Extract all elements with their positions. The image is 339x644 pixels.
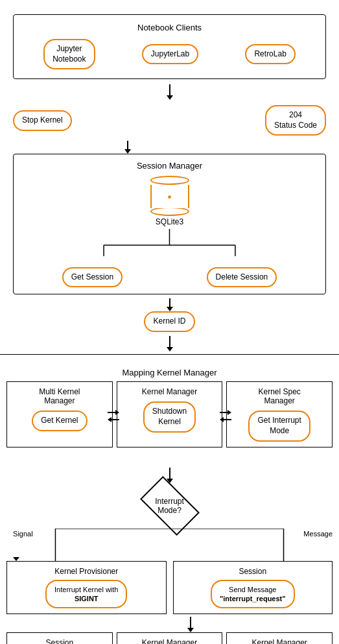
kernel-spec-manager-label: Kernel SpecManager bbox=[258, 387, 300, 405]
kernel-id-box: Kernel ID bbox=[144, 311, 194, 332]
message-label: Message bbox=[303, 530, 333, 538]
fork-arrows-svg bbox=[6, 529, 333, 561]
shutdown-kernel-box: ShutdownKernel bbox=[143, 401, 196, 432]
session-interrupt-label: Session bbox=[239, 567, 266, 576]
kernel-provisioner-label: Kernel Provisioner bbox=[54, 567, 118, 576]
sqlite-cylinder: ● bbox=[150, 176, 189, 216]
kernel-manager-cleanup-box: Kernel Manager CleanupResources bbox=[226, 632, 333, 644]
session-shutdown-box: Session Send Message"shutdown_request" bbox=[6, 632, 113, 644]
retrolab-box: RetroLab bbox=[245, 44, 295, 65]
get-interrupt-mode-box: Get InterruptMode bbox=[248, 411, 310, 441]
svg-marker-9 bbox=[13, 557, 19, 561]
kernel-manager-label: Kernel Manager bbox=[142, 387, 197, 396]
interrupt-kernel-box: Interrupt Kernel withSIGINT bbox=[45, 580, 127, 609]
session-arrows-svg bbox=[20, 229, 319, 287]
multi-kernel-manager-label: Multi KernelManager bbox=[39, 387, 80, 405]
session-manager-title: Session Manager bbox=[20, 161, 319, 171]
status-code-box: 204Status Code bbox=[265, 105, 326, 136]
kernel-manager-cleanup-label: Kernel Manager bbox=[251, 638, 307, 644]
kernel-manager-finish-label: Kernel Manager bbox=[142, 638, 197, 644]
interrupt-mode-diamond-label: InterruptMode? bbox=[155, 497, 184, 515]
notebook-clients-box: Notebook Clients JupyterNotebook Jupyter… bbox=[13, 14, 326, 79]
stop-kernel-box: Stop Kernel bbox=[13, 110, 72, 131]
kernel-spec-manager-box: Kernel SpecManager Get InterruptMode bbox=[226, 381, 333, 447]
session-manager-box: Session Manager ● SQLite3 bbox=[13, 154, 326, 294]
notebook-clients-title: Notebook Clients bbox=[20, 23, 319, 32]
multi-kernel-manager-box: Multi KernelManager Get Kernel bbox=[6, 381, 113, 447]
kernel-manager-finish-box: Kernel Manager Finish Shutdown bbox=[117, 632, 223, 644]
jupyterlab-box: JupyterLab bbox=[142, 44, 198, 65]
session-interrupt-box: Session Send Message"interrupt_request" bbox=[173, 561, 333, 615]
kernel-manager-box: Kernel Manager ShutdownKernel bbox=[117, 381, 223, 447]
mapping-kernel-manager-title: Mapping Kernel Manager bbox=[0, 361, 339, 381]
jupyter-notebook-box: JupyterNotebook bbox=[43, 39, 95, 69]
send-message-interrupt-box: Send Message"interrupt_request" bbox=[211, 580, 295, 609]
get-kernel-box: Get Kernel bbox=[32, 411, 87, 431]
sqlite-label: SQLite3 bbox=[156, 217, 183, 226]
session-shutdown-label: Session bbox=[45, 638, 73, 644]
signal-label: Signal bbox=[13, 530, 33, 538]
kernel-provisioner-box: Kernel Provisioner Interrupt Kernel with… bbox=[6, 561, 167, 615]
